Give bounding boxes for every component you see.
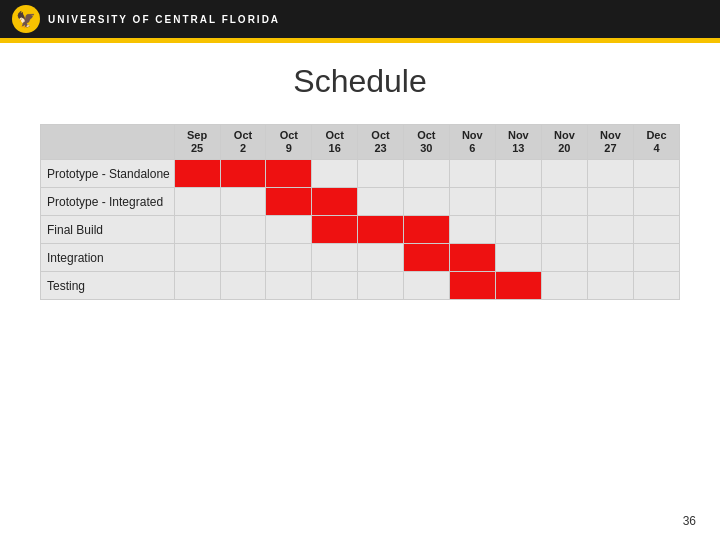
schedule-cell xyxy=(266,188,312,216)
main-content: Schedule Sep25 Oct2 Oct9 Oct16 Oct23 Oct… xyxy=(0,43,720,310)
schedule-cell xyxy=(495,216,541,244)
schedule-cell xyxy=(266,216,312,244)
header-bar: 🦅 UNIVERSITY OF CENTRAL FLORIDA xyxy=(0,0,720,38)
schedule-cell xyxy=(220,160,266,188)
schedule-cell xyxy=(541,272,587,300)
schedule-cell xyxy=(312,272,358,300)
col-header-oct30: Oct30 xyxy=(403,125,449,160)
page-number: 36 xyxy=(683,514,696,528)
schedule-cell xyxy=(312,188,358,216)
schedule-cell xyxy=(174,216,220,244)
schedule-cell xyxy=(174,188,220,216)
schedule-cell xyxy=(266,272,312,300)
col-header-oct2: Oct2 xyxy=(220,125,266,160)
schedule-cell xyxy=(633,244,679,272)
schedule-cell xyxy=(358,160,404,188)
schedule-cell xyxy=(403,160,449,188)
schedule-cell xyxy=(587,216,633,244)
schedule-cell xyxy=(633,272,679,300)
schedule-cell xyxy=(449,188,495,216)
schedule-cell xyxy=(358,272,404,300)
schedule-cell xyxy=(633,160,679,188)
schedule-cell xyxy=(174,272,220,300)
schedule-cell xyxy=(174,160,220,188)
col-header-empty xyxy=(41,125,175,160)
schedule-cell xyxy=(220,272,266,300)
schedule-cell xyxy=(312,160,358,188)
col-header-nov20: Nov20 xyxy=(541,125,587,160)
row-label: Prototype - Standalone xyxy=(41,160,175,188)
schedule-cell xyxy=(495,160,541,188)
schedule-cell xyxy=(587,244,633,272)
schedule-cell xyxy=(403,244,449,272)
logo-symbol: 🦅 xyxy=(16,10,36,29)
col-header-oct23: Oct23 xyxy=(358,125,404,160)
row-label: Testing xyxy=(41,272,175,300)
schedule-cell xyxy=(449,272,495,300)
schedule-cell xyxy=(449,160,495,188)
col-header-oct9: Oct9 xyxy=(266,125,312,160)
col-header-sep25: Sep25 xyxy=(174,125,220,160)
schedule-cell xyxy=(358,188,404,216)
table-row: Prototype - Standalone xyxy=(41,160,680,188)
schedule-cell xyxy=(587,272,633,300)
schedule-cell xyxy=(403,188,449,216)
schedule-cell xyxy=(495,188,541,216)
page-title: Schedule xyxy=(40,63,680,100)
schedule-cell xyxy=(220,244,266,272)
university-name: UNIVERSITY OF CENTRAL FLORIDA xyxy=(48,14,280,25)
schedule-cell xyxy=(312,244,358,272)
schedule-cell xyxy=(403,216,449,244)
schedule-cell xyxy=(541,160,587,188)
schedule-cell xyxy=(174,244,220,272)
schedule-cell xyxy=(403,272,449,300)
schedule-table: Sep25 Oct2 Oct9 Oct16 Oct23 Oct30 Nov6 N… xyxy=(40,124,680,300)
col-header-nov6: Nov6 xyxy=(449,125,495,160)
col-header-oct16: Oct16 xyxy=(312,125,358,160)
schedule-cell xyxy=(266,160,312,188)
row-label: Prototype - Integrated xyxy=(41,188,175,216)
schedule-cell xyxy=(495,272,541,300)
schedule-cell xyxy=(495,244,541,272)
schedule-cell xyxy=(220,188,266,216)
col-header-nov13: Nov13 xyxy=(495,125,541,160)
col-header-dec4: Dec4 xyxy=(633,125,679,160)
schedule-cell xyxy=(449,244,495,272)
table-row: Final Build xyxy=(41,216,680,244)
schedule-cell xyxy=(633,216,679,244)
table-row: Integration xyxy=(41,244,680,272)
schedule-cell xyxy=(541,188,587,216)
table-row: Prototype - Integrated xyxy=(41,188,680,216)
col-header-nov27: Nov27 xyxy=(587,125,633,160)
ucf-logo: 🦅 UNIVERSITY OF CENTRAL FLORIDA xyxy=(12,5,280,33)
schedule-cell xyxy=(449,216,495,244)
schedule-cell xyxy=(358,216,404,244)
row-label: Final Build xyxy=(41,216,175,244)
schedule-cell xyxy=(541,216,587,244)
schedule-cell xyxy=(312,216,358,244)
schedule-cell xyxy=(541,244,587,272)
logo-circle: 🦅 xyxy=(12,5,40,33)
schedule-cell xyxy=(358,244,404,272)
schedule-cell xyxy=(633,188,679,216)
row-label: Integration xyxy=(41,244,175,272)
schedule-cell xyxy=(587,188,633,216)
schedule-cell xyxy=(587,160,633,188)
schedule-cell xyxy=(266,244,312,272)
schedule-cell xyxy=(220,216,266,244)
table-row: Testing xyxy=(41,272,680,300)
